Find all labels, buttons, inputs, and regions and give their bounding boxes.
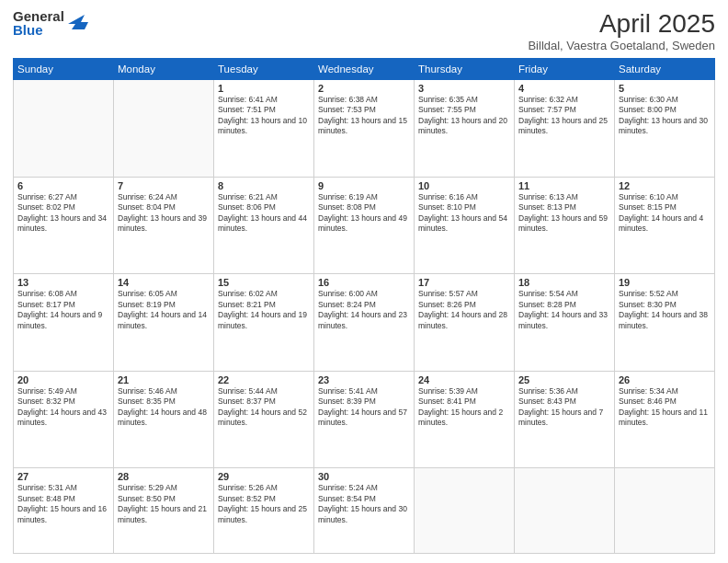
day-number: 18 bbox=[518, 277, 610, 288]
day-number: 26 bbox=[619, 374, 711, 385]
calendar-cell: 8Sunrise: 6:21 AMSunset: 8:06 PMDaylight… bbox=[214, 177, 314, 274]
day-number: 24 bbox=[418, 374, 510, 385]
day-number: 21 bbox=[118, 374, 210, 385]
day-info: Sunrise: 5:52 AMSunset: 8:30 PMDaylight:… bbox=[619, 289, 711, 331]
day-number: 4 bbox=[518, 83, 610, 94]
title-block: April 2025 Billdal, Vaestra Goetaland, S… bbox=[528, 9, 715, 52]
calendar-week-4: 27Sunrise: 5:31 AMSunset: 8:48 PMDayligh… bbox=[14, 468, 715, 554]
calendar-cell: 16Sunrise: 6:00 AMSunset: 8:24 PMDayligh… bbox=[314, 274, 415, 372]
day-info: Sunrise: 5:44 AMSunset: 8:37 PMDaylight:… bbox=[218, 386, 310, 429]
day-info: Sunrise: 6:05 AMSunset: 8:19 PMDaylight:… bbox=[118, 289, 210, 331]
day-info: Sunrise: 5:49 AMSunset: 8:32 PMDaylight:… bbox=[17, 386, 109, 429]
col-header-thursday: Thursday bbox=[415, 59, 515, 80]
calendar-cell: 4Sunrise: 6:32 AMSunset: 7:57 PMDaylight… bbox=[515, 80, 615, 178]
day-info: Sunrise: 5:54 AMSunset: 8:28 PMDaylight:… bbox=[518, 289, 610, 331]
calendar-cell: 22Sunrise: 5:44 AMSunset: 8:37 PMDayligh… bbox=[214, 371, 314, 468]
day-number: 27 bbox=[17, 471, 109, 482]
day-info: Sunrise: 6:21 AMSunset: 8:06 PMDaylight:… bbox=[218, 192, 310, 235]
day-info: Sunrise: 5:31 AMSunset: 8:48 PMDaylight:… bbox=[17, 483, 109, 525]
day-number: 3 bbox=[418, 83, 510, 94]
header: General Blue April 2025 Billdal, Vaestra… bbox=[13, 9, 715, 52]
calendar-week-2: 13Sunrise: 6:08 AMSunset: 8:17 PMDayligh… bbox=[14, 274, 715, 372]
day-number: 29 bbox=[218, 471, 310, 482]
day-info: Sunrise: 6:00 AMSunset: 8:24 PMDaylight:… bbox=[318, 289, 410, 331]
day-info: Sunrise: 6:38 AMSunset: 7:53 PMDaylight:… bbox=[318, 95, 410, 137]
calendar-cell: 10Sunrise: 6:16 AMSunset: 8:10 PMDayligh… bbox=[415, 177, 515, 274]
day-number: 23 bbox=[318, 374, 410, 385]
day-info: Sunrise: 6:08 AMSunset: 8:17 PMDaylight:… bbox=[17, 289, 109, 331]
day-info: Sunrise: 5:41 AMSunset: 8:39 PMDaylight:… bbox=[318, 386, 410, 429]
calendar-cell: 24Sunrise: 5:39 AMSunset: 8:41 PMDayligh… bbox=[415, 371, 515, 468]
day-info: Sunrise: 6:10 AMSunset: 8:15 PMDaylight:… bbox=[619, 192, 711, 235]
calendar-cell: 9Sunrise: 6:19 AMSunset: 8:08 PMDaylight… bbox=[314, 177, 415, 274]
day-info: Sunrise: 6:13 AMSunset: 8:13 PMDaylight:… bbox=[518, 192, 610, 235]
calendar-cell: 3Sunrise: 6:35 AMSunset: 7:55 PMDaylight… bbox=[415, 80, 515, 178]
calendar-week-0: 1Sunrise: 6:41 AMSunset: 7:51 PMDaylight… bbox=[14, 80, 715, 178]
col-header-wednesday: Wednesday bbox=[314, 59, 415, 80]
col-header-tuesday: Tuesday bbox=[214, 59, 314, 80]
day-info: Sunrise: 6:24 AMSunset: 8:04 PMDaylight:… bbox=[118, 192, 210, 235]
day-number: 25 bbox=[518, 374, 610, 385]
day-info: Sunrise: 5:24 AMSunset: 8:54 PMDaylight:… bbox=[318, 483, 410, 525]
calendar-week-3: 20Sunrise: 5:49 AMSunset: 8:32 PMDayligh… bbox=[14, 371, 715, 468]
day-info: Sunrise: 5:46 AMSunset: 8:35 PMDaylight:… bbox=[118, 386, 210, 429]
calendar-cell bbox=[114, 80, 214, 178]
day-number: 1 bbox=[218, 83, 310, 94]
day-number: 19 bbox=[619, 277, 711, 288]
calendar-cell: 11Sunrise: 6:13 AMSunset: 8:13 PMDayligh… bbox=[515, 177, 615, 274]
logo: General Blue bbox=[13, 9, 88, 37]
logo-general: General bbox=[13, 9, 64, 23]
calendar-cell: 28Sunrise: 5:29 AMSunset: 8:50 PMDayligh… bbox=[114, 468, 214, 554]
day-info: Sunrise: 6:41 AMSunset: 7:51 PMDaylight:… bbox=[218, 95, 310, 137]
calendar-week-1: 6Sunrise: 6:27 AMSunset: 8:02 PMDaylight… bbox=[14, 177, 715, 274]
logo-blue: Blue bbox=[13, 23, 64, 37]
day-number: 17 bbox=[418, 277, 510, 288]
calendar-cell: 17Sunrise: 5:57 AMSunset: 8:26 PMDayligh… bbox=[415, 274, 515, 372]
day-number: 6 bbox=[17, 180, 109, 191]
calendar-cell: 18Sunrise: 5:54 AMSunset: 8:28 PMDayligh… bbox=[515, 274, 615, 372]
day-info: Sunrise: 5:29 AMSunset: 8:50 PMDaylight:… bbox=[118, 483, 210, 525]
calendar-cell bbox=[415, 468, 515, 554]
day-info: Sunrise: 6:02 AMSunset: 8:21 PMDaylight:… bbox=[218, 289, 310, 331]
calendar-cell bbox=[615, 468, 715, 554]
col-header-monday: Monday bbox=[114, 59, 214, 80]
day-info: Sunrise: 6:30 AMSunset: 8:00 PMDaylight:… bbox=[619, 95, 711, 137]
calendar-cell: 14Sunrise: 6:05 AMSunset: 8:19 PMDayligh… bbox=[114, 274, 214, 372]
day-info: Sunrise: 5:39 AMSunset: 8:41 PMDaylight:… bbox=[418, 386, 510, 429]
day-number: 13 bbox=[17, 277, 109, 288]
calendar-cell: 19Sunrise: 5:52 AMSunset: 8:30 PMDayligh… bbox=[615, 274, 715, 372]
calendar-cell: 7Sunrise: 6:24 AMSunset: 8:04 PMDaylight… bbox=[114, 177, 214, 274]
calendar-cell: 21Sunrise: 5:46 AMSunset: 8:35 PMDayligh… bbox=[114, 371, 214, 468]
day-number: 22 bbox=[218, 374, 310, 385]
calendar-cell bbox=[14, 80, 114, 178]
calendar-cell: 2Sunrise: 6:38 AMSunset: 7:53 PMDaylight… bbox=[314, 80, 415, 178]
day-info: Sunrise: 5:57 AMSunset: 8:26 PMDaylight:… bbox=[418, 289, 510, 331]
day-info: Sunrise: 6:35 AMSunset: 7:55 PMDaylight:… bbox=[418, 95, 510, 137]
calendar-cell: 29Sunrise: 5:26 AMSunset: 8:52 PMDayligh… bbox=[214, 468, 314, 554]
calendar-cell: 26Sunrise: 5:34 AMSunset: 8:46 PMDayligh… bbox=[615, 371, 715, 468]
svg-marker-0 bbox=[68, 15, 88, 29]
calendar-cell: 20Sunrise: 5:49 AMSunset: 8:32 PMDayligh… bbox=[14, 371, 114, 468]
day-number: 28 bbox=[118, 471, 210, 482]
day-number: 12 bbox=[619, 180, 711, 191]
day-info: Sunrise: 5:34 AMSunset: 8:46 PMDaylight:… bbox=[619, 386, 711, 429]
calendar-cell: 30Sunrise: 5:24 AMSunset: 8:54 PMDayligh… bbox=[314, 468, 415, 554]
day-number: 10 bbox=[418, 180, 510, 191]
calendar-cell: 6Sunrise: 6:27 AMSunset: 8:02 PMDaylight… bbox=[14, 177, 114, 274]
day-number: 7 bbox=[118, 180, 210, 191]
day-number: 14 bbox=[118, 277, 210, 288]
logo-icon bbox=[68, 13, 88, 33]
calendar-cell: 1Sunrise: 6:41 AMSunset: 7:51 PMDaylight… bbox=[214, 80, 314, 178]
day-number: 16 bbox=[318, 277, 410, 288]
day-info: Sunrise: 5:36 AMSunset: 8:43 PMDaylight:… bbox=[518, 386, 610, 429]
day-number: 9 bbox=[318, 180, 410, 191]
calendar-cell: 23Sunrise: 5:41 AMSunset: 8:39 PMDayligh… bbox=[314, 371, 415, 468]
day-number: 20 bbox=[17, 374, 109, 385]
day-info: Sunrise: 5:26 AMSunset: 8:52 PMDaylight:… bbox=[218, 483, 310, 525]
calendar-cell: 12Sunrise: 6:10 AMSunset: 8:15 PMDayligh… bbox=[615, 177, 715, 274]
day-number: 15 bbox=[218, 277, 310, 288]
main-title: April 2025 bbox=[528, 9, 715, 39]
calendar-cell: 25Sunrise: 5:36 AMSunset: 8:43 PMDayligh… bbox=[515, 371, 615, 468]
day-number: 8 bbox=[218, 180, 310, 191]
subtitle: Billdal, Vaestra Goetaland, Sweden bbox=[528, 39, 715, 52]
